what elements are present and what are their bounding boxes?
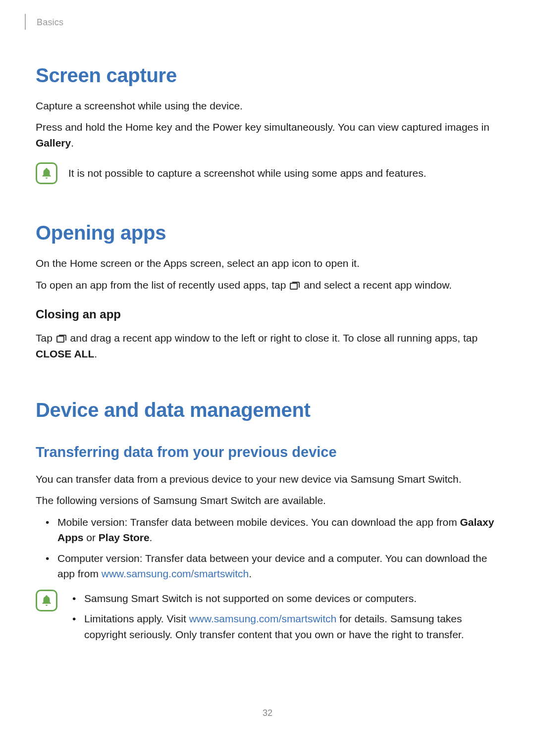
svg-rect-0: [290, 283, 297, 289]
paragraph: Capture a screenshot while using the dev…: [36, 98, 499, 114]
breadcrumb: Basics: [37, 17, 63, 27]
svg-rect-1: [57, 336, 64, 342]
section-screen-capture: Screen capture Capture a screenshot whil…: [36, 60, 499, 185]
link-smartswitch[interactable]: www.samsung.com/smartswitch: [189, 613, 337, 624]
list-item: Mobile version: Transfer data between mo…: [36, 514, 499, 546]
page-number: 32: [36, 706, 499, 720]
note-text: It is not possible to capture a screensh…: [68, 161, 499, 181]
page-content: Screen capture Capture a screenshot whil…: [25, 60, 499, 720]
note-body: Samsung Smart Switch is not supported on…: [68, 589, 499, 648]
paragraph: Press and hold the Home key and the Powe…: [36, 119, 499, 151]
link-smartswitch[interactable]: www.samsung.com/smartswitch: [102, 568, 249, 579]
heading-screen-capture: Screen capture: [36, 60, 499, 90]
paragraph: You can transfer data from a previous de…: [36, 471, 499, 487]
paragraph: To open an app from the list of recently…: [36, 277, 499, 293]
section-opening-apps: Opening apps On the Home screen or the A…: [36, 218, 499, 361]
paragraph: On the Home screen or the Apps screen, s…: [36, 255, 499, 271]
bold-text: Play Store: [99, 532, 150, 543]
page-header: Basics: [25, 14, 499, 30]
paragraph: The following versions of Samsung Smart …: [36, 493, 499, 508]
bold-text: Gallery: [36, 137, 71, 149]
note-bell-icon: [36, 162, 57, 184]
list-item: Limitations apply. Visit www.samsung.com…: [68, 611, 499, 642]
bold-text: CLOSE ALL: [36, 348, 94, 359]
bullet-list: Samsung Smart Switch is not supported on…: [68, 591, 499, 643]
heading-opening-apps: Opening apps: [36, 218, 499, 248]
note-block: Samsung Smart Switch is not supported on…: [36, 589, 499, 648]
heading-transferring-data: Transferring data from your previous dev…: [36, 442, 499, 463]
note-bell-icon: [36, 590, 57, 611]
paragraph: Tap and drag a recent app window to the …: [36, 330, 499, 361]
bullet-list: Mobile version: Transfer data between mo…: [36, 514, 499, 582]
heading-device-data: Device and data management: [36, 395, 499, 425]
list-item: Samsung Smart Switch is not supported on…: [68, 591, 499, 606]
section-device-data: Device and data management Transferring …: [36, 395, 499, 647]
note-block: It is not possible to capture a screensh…: [36, 161, 499, 184]
heading-closing-app: Closing an app: [36, 305, 499, 323]
recent-apps-icon: [290, 282, 300, 290]
list-item: Computer version: Transfer data between …: [36, 551, 499, 582]
recent-apps-icon: [56, 335, 66, 343]
